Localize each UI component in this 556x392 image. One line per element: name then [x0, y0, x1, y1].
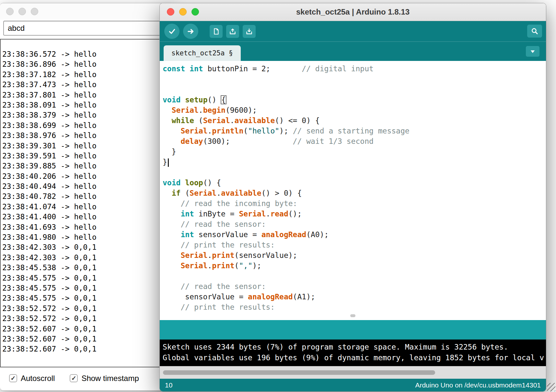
- serial-send-input[interactable]: [3, 21, 170, 36]
- code-line: [163, 74, 546, 84]
- log-line: 23:38:37.182 -> hello: [2, 70, 175, 80]
- log-line: 23:38:41.074 -> hello: [2, 202, 175, 212]
- serial-monitor-footer: ✓ Autoscroll ✓ Show timestamp: [0, 367, 175, 389]
- log-line: 23:38:37.801 -> hello: [2, 90, 175, 100]
- console-line: Global variables use 196 bytes (9%) of d…: [163, 352, 546, 363]
- close-button[interactable]: [167, 8, 174, 16]
- log-line: 23:38:40.782 -> hello: [2, 191, 175, 202]
- document-icon: [212, 28, 220, 35]
- arduino-ide-window: sketch_oct25a | Arduino 1.8.13: [159, 3, 546, 392]
- show-timestamp-checkbox-group[interactable]: ✓ Show timestamp: [70, 374, 139, 383]
- serial-monitor-titlebar[interactable]: [0, 3, 175, 19]
- tab-bar: sketch_oct25a §: [160, 41, 546, 61]
- check-icon: ✓: [71, 375, 76, 381]
- code-line: void setup() {: [163, 95, 546, 105]
- log-line: 23:38:37.473 -> hello: [2, 80, 175, 90]
- log-line: 23:38:41.693 -> hello: [2, 222, 175, 232]
- zoom-button[interactable]: [31, 8, 38, 15]
- verify-button[interactable]: [164, 24, 180, 39]
- code-line: Serial.print(sensorValue);: [163, 250, 546, 260]
- ide-statusbar: 10 Arduino Uno on /dev/cu.usbmodem14301: [160, 379, 546, 391]
- log-line: 23:38:52.572 -> 0,0,1: [2, 304, 175, 314]
- code-line: }: [163, 146, 546, 157]
- log-line: 23:38:40.206 -> hello: [2, 171, 175, 181]
- code-line: // print the results:: [163, 240, 546, 250]
- console-scrollbar-thumb[interactable]: [163, 370, 435, 375]
- code-area[interactable]: const int buttonPin = 2; // digital inpu…: [160, 61, 546, 312]
- log-line: 23:38:52.607 -> 0,0,1: [2, 344, 175, 354]
- open-sketch-button[interactable]: [226, 25, 239, 38]
- log-line: 23:38:36.572 -> hello: [2, 49, 175, 59]
- code-line: int inByte = Serial.read();: [163, 209, 546, 219]
- log-line: 23:38:52.572 -> 0,0,1: [2, 314, 175, 324]
- log-line: 23:38:40.494 -> hello: [2, 181, 175, 191]
- show-timestamp-checkbox[interactable]: ✓: [70, 374, 78, 382]
- code-line: const int buttonPin = 2; // digital inpu…: [163, 63, 546, 74]
- serial-input-row: [0, 19, 175, 39]
- code-line: while (Serial.available() <= 0) {: [163, 115, 546, 126]
- log-line: 23:38:45.575 -> 0,0,1: [2, 293, 175, 303]
- code-line: Serial.begin(9600);: [163, 105, 546, 115]
- save-sketch-button[interactable]: [243, 25, 256, 38]
- console-line: Sketch uses 2344 bytes (7%) of program s…: [163, 342, 546, 352]
- tab-sketch-oct25a[interactable]: sketch_oct25a §: [164, 45, 241, 61]
- log-line: 23:38:38.091 -> hello: [2, 100, 175, 110]
- code-editor[interactable]: const int buttonPin = 2; // digital inpu…: [160, 61, 546, 320]
- log-line: 23:38:45.575 -> 0,0,1: [2, 273, 175, 283]
- code-line: sensorValue = analogRead(A1);: [163, 292, 546, 302]
- code-line: // read the incoming byte:: [163, 198, 546, 209]
- status-message-band: [160, 320, 546, 340]
- log-line: 23:38:52.607 -> 0,0,1: [2, 324, 175, 334]
- log-line: 23:38:42.303 -> 0,0,1: [2, 253, 175, 263]
- right-arrow-icon: [187, 27, 195, 36]
- check-icon: [168, 27, 176, 36]
- serial-monitor-window: 23:38:36.572 -> hello23:38:36.896 -> hel…: [0, 3, 175, 391]
- down-arrow-icon: [245, 28, 253, 35]
- code-line: Serial.print(",");: [163, 260, 546, 271]
- tab-menu-button[interactable]: [526, 46, 539, 57]
- log-line: 23:38:41.980 -> hello: [2, 232, 175, 242]
- log-line: 23:38:39.591 -> hello: [2, 151, 175, 161]
- code-line: [163, 271, 546, 281]
- code-line: delay(300); // wait 1/3 second: [163, 136, 546, 146]
- close-button[interactable]: [6, 8, 14, 15]
- autoscroll-checkbox-group[interactable]: ✓ Autoscroll: [9, 374, 55, 383]
- zoom-button[interactable]: [191, 8, 199, 16]
- new-sketch-button[interactable]: [210, 25, 223, 38]
- console-scrollbar-track[interactable]: [160, 366, 546, 379]
- log-line: 23:38:36.896 -> hello: [2, 59, 175, 69]
- board-info: Arduino Uno on /dev/cu.usbmodem14301: [415, 381, 541, 389]
- magnifier-icon: [530, 27, 539, 35]
- toolbar: [160, 21, 546, 41]
- log-line: 23:38:41.400 -> hello: [2, 212, 175, 222]
- code-line: int sensorValue = analogRead(A0);: [163, 229, 546, 240]
- ide-titlebar[interactable]: sketch_oct25a | Arduino 1.8.13: [160, 3, 546, 21]
- tab-label: sketch_oct25a §: [171, 49, 233, 57]
- console-output[interactable]: Sketch uses 2344 bytes (7%) of program s…: [160, 340, 546, 366]
- window-title: sketch_oct25a | Arduino 1.8.13: [296, 7, 410, 17]
- chevron-down-icon: [529, 49, 536, 54]
- code-line: // print the results:: [163, 302, 546, 312]
- up-arrow-icon: [229, 28, 237, 35]
- log-line: 23:38:52.607 -> 0,0,1: [2, 334, 175, 344]
- upload-button[interactable]: [183, 24, 198, 39]
- resize-grip[interactable]: [547, 383, 555, 391]
- code-line: if (Serial.available() > 0) {: [163, 188, 546, 198]
- log-line: 23:38:42.303 -> 0,0,1: [2, 242, 175, 252]
- code-line: void loop() {: [163, 178, 546, 188]
- check-icon: ✓: [11, 375, 16, 381]
- show-timestamp-label: Show timestamp: [81, 374, 139, 383]
- autoscroll-label: Autoscroll: [21, 374, 55, 383]
- minimize-button[interactable]: [18, 8, 26, 15]
- code-line: // read the sensor:: [163, 219, 546, 229]
- serial-monitor-button[interactable]: [527, 25, 542, 38]
- editor-hscroll-thumb[interactable]: [350, 314, 355, 317]
- log-line: 23:38:45.538 -> 0,0,1: [2, 263, 175, 273]
- code-line: Serial.println("hello"); // send a start…: [163, 126, 546, 136]
- code-line: }: [163, 157, 546, 167]
- serial-log[interactable]: 23:38:36.572 -> hello23:38:36.896 -> hel…: [0, 39, 175, 367]
- log-line: 23:38:38.699 -> hello: [2, 121, 175, 131]
- log-line: 23:38:39.301 -> hello: [2, 141, 175, 151]
- autoscroll-checkbox[interactable]: ✓: [9, 374, 17, 382]
- minimize-button[interactable]: [179, 8, 187, 16]
